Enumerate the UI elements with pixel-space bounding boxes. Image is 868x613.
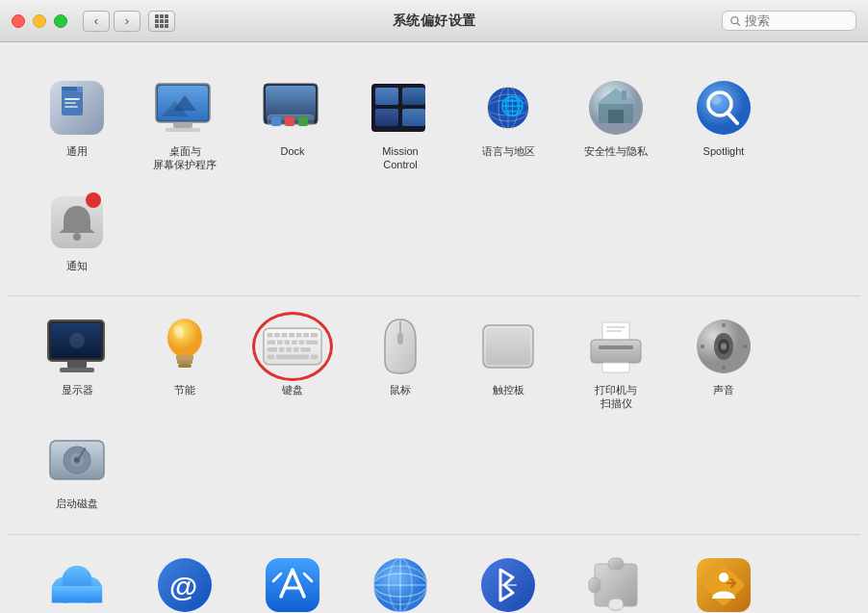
- network-icon: [371, 556, 429, 613]
- security-icon: [587, 79, 645, 137]
- label-notification: 通知: [66, 259, 88, 272]
- printer-icon: [585, 319, 647, 374]
- svg-rect-51: [176, 355, 193, 360]
- svg-rect-11: [173, 122, 192, 128]
- item-startup[interactable]: 启动磁盘: [23, 418, 131, 518]
- icon-wrap-appstore: [262, 554, 323, 613]
- icon-wrap-keyboard: [262, 316, 323, 377]
- traffic-lights: [12, 14, 67, 28]
- forward-button[interactable]: ›: [114, 11, 140, 32]
- bluetooth-icon: [479, 556, 537, 613]
- item-printer[interactable]: 打印机与扫描仪: [562, 304, 670, 419]
- item-keyboard[interactable]: 键盘: [239, 304, 346, 419]
- minimize-button[interactable]: [33, 14, 46, 28]
- item-trackpad[interactable]: 触控板: [454, 304, 562, 419]
- keyboard-icon: [262, 323, 323, 370]
- label-keyboard: 键盘: [282, 383, 303, 396]
- svg-point-92: [722, 366, 726, 370]
- icon-wrap-extensions: [585, 554, 647, 613]
- trackpad-icon: [479, 321, 537, 371]
- svg-point-41: [711, 95, 721, 105]
- item-mouse[interactable]: 鼠标: [346, 304, 454, 419]
- label-sound: 声音: [713, 383, 734, 396]
- close-button[interactable]: [12, 14, 25, 28]
- item-energy[interactable]: 节能: [131, 304, 239, 419]
- general-icon: [48, 79, 106, 137]
- label-startup: 启动磁盘: [56, 497, 98, 510]
- icon-wrap-mission: [370, 77, 431, 139]
- item-mission-control[interactable]: MissionControl: [346, 65, 454, 180]
- item-icloud[interactable]: iCloud: [23, 543, 131, 613]
- item-extensions[interactable]: 扩展: [562, 543, 670, 613]
- label-energy: 节能: [174, 383, 195, 396]
- svg-rect-120: [589, 577, 600, 593]
- svg-rect-23: [402, 88, 425, 105]
- item-appstore[interactable]: App Store: [239, 543, 346, 613]
- icon-wrap-printer: [585, 316, 647, 377]
- icloud-icon: [46, 561, 108, 609]
- svg-text:🌐: 🌐: [500, 94, 524, 117]
- svg-rect-24: [375, 109, 398, 126]
- svg-rect-48: [60, 368, 94, 372]
- svg-rect-57: [274, 333, 280, 338]
- icon-wrap-dock: [262, 77, 323, 139]
- appstore-icon: [264, 556, 321, 613]
- search-box[interactable]: [722, 11, 856, 31]
- svg-line-1: [737, 23, 739, 25]
- svg-rect-35: [608, 110, 624, 123]
- svg-point-94: [743, 345, 747, 348]
- spotlight-icon: [695, 79, 753, 137]
- label-general: 通用: [66, 144, 88, 158]
- item-internet[interactable]: @ 互联网帐户: [131, 543, 239, 613]
- section-2: 显示器: [8, 296, 860, 535]
- label-desktop: 桌面与屏幕保护程序: [153, 144, 217, 172]
- item-desktop[interactable]: 桌面与屏幕保护程序: [131, 65, 239, 180]
- item-sharing[interactable]: 共享: [670, 543, 778, 613]
- icon-wrap-display: [46, 316, 108, 377]
- main-content: 通用: [0, 42, 868, 613]
- item-security[interactable]: 安全性与隐私: [562, 65, 670, 180]
- svg-point-50: [167, 319, 202, 357]
- internet-icon: @: [156, 556, 214, 613]
- item-language[interactable]: 🌐 语言与地区: [454, 65, 562, 180]
- display-icon: [46, 319, 108, 374]
- maximize-button[interactable]: [54, 14, 67, 28]
- svg-point-43: [73, 233, 81, 241]
- label-language: 语言与地区: [482, 144, 535, 158]
- sound-icon: [694, 318, 753, 375]
- svg-rect-76: [311, 354, 319, 359]
- grid-view-button[interactable]: [148, 11, 175, 32]
- svg-rect-69: [268, 347, 277, 352]
- language-icon: 🌐: [477, 84, 539, 132]
- item-dock[interactable]: Dock: [239, 65, 346, 180]
- svg-rect-62: [311, 333, 319, 338]
- icon-wrap-general: [46, 77, 108, 139]
- svg-rect-74: [268, 354, 275, 359]
- item-notification[interactable]: 通知: [23, 180, 131, 280]
- svg-point-93: [701, 345, 704, 348]
- item-general[interactable]: 通用: [23, 65, 131, 180]
- item-display[interactable]: 显示器: [23, 304, 131, 419]
- icon-wrap-sharing: [693, 554, 754, 613]
- item-bluetooth[interactable]: 蓝牙: [454, 543, 562, 613]
- label-mouse: 鼠标: [390, 383, 411, 396]
- icon-wrap-spotlight: [693, 77, 754, 139]
- icon-wrap-sound: [693, 316, 754, 377]
- item-sound[interactable]: 声音: [670, 304, 778, 419]
- svg-point-38: [697, 81, 751, 135]
- label-spotlight: Spotlight: [703, 144, 745, 158]
- item-network[interactable]: 网络: [346, 543, 454, 613]
- label-security: 安全性与隐私: [584, 144, 648, 158]
- search-input[interactable]: [745, 13, 848, 28]
- dock-icon: [262, 82, 323, 134]
- svg-rect-61: [303, 333, 309, 338]
- svg-rect-25: [402, 109, 425, 126]
- titlebar: ‹ › 系统偏好设置: [0, 0, 868, 42]
- svg-rect-56: [268, 333, 273, 338]
- back-button[interactable]: ‹: [83, 11, 110, 32]
- mission-control-icon: [370, 82, 431, 134]
- startup-icon: [46, 433, 108, 487]
- item-spotlight[interactable]: Spotlight: [670, 65, 778, 180]
- icon-wrap-internet: @: [154, 554, 216, 613]
- icon-wrap-desktop: [154, 77, 216, 139]
